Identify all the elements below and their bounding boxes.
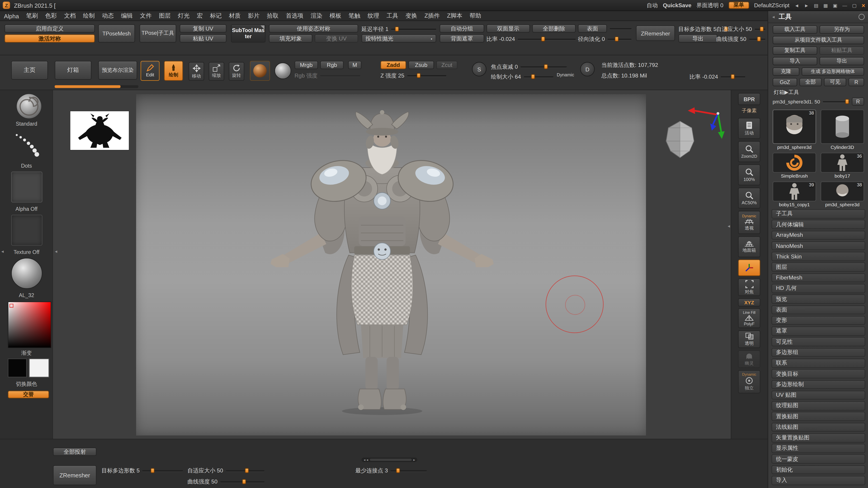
color-picker[interactable] (8, 302, 51, 348)
forward-icon[interactable]: ► (804, 2, 809, 8)
slider-track[interactable] (320, 75, 360, 76)
section-8[interactable]: 预览 (772, 294, 865, 304)
move-mode-button[interactable]: 移动 (188, 62, 204, 80)
slider-nub[interactable] (845, 99, 849, 104)
enable-custom-button[interactable]: 启用自定义 (4, 24, 95, 33)
section-1[interactable]: 几何体编辑 (772, 220, 865, 229)
section-16[interactable]: 多边形绘制 (772, 380, 865, 389)
paste-tool-button[interactable]: 粘贴工具 (819, 46, 864, 55)
slider-nub[interactable] (757, 37, 761, 41)
floor-grid-button[interactable]: 地面箱 (738, 236, 761, 257)
main-color-swatch[interactable] (8, 359, 27, 377)
dynamic-brush-button[interactable]: D (580, 62, 595, 76)
panel-collapse-icon[interactable]: ◄ (772, 15, 775, 19)
menu-item-20[interactable]: 工具 (386, 12, 398, 20)
scroll-button[interactable]: 活动 (738, 118, 761, 139)
menu-item-0[interactable]: Alpha (4, 12, 19, 19)
zremesher-button[interactable]: ZRemesher (636, 26, 675, 41)
tpose-subtool-button[interactable]: TPose|子工具 (140, 24, 176, 43)
section-17[interactable]: UV 贴图 (772, 390, 865, 400)
focal-shift-slider[interactable]: 焦点衰减 0 (491, 63, 567, 71)
rgb-button[interactable]: Rgb (320, 61, 344, 69)
menu-item-19[interactable]: 纹理 (368, 12, 379, 20)
export-button[interactable]: 导出 (678, 34, 717, 43)
menu-item-23[interactable]: Z脚本 (447, 12, 462, 20)
ratio-slider-2[interactable]: 比率 -0.024 (689, 73, 745, 80)
menu-item-15[interactable]: 首选项 (286, 12, 303, 20)
menu-item-10[interactable]: 宏 (197, 12, 203, 20)
slider-nub[interactable] (151, 468, 154, 473)
restore-config-button[interactable]: R (852, 97, 864, 106)
mrgb-button[interactable]: Mrgb (294, 61, 318, 69)
modifier-dot-icon[interactable]: ● (431, 37, 432, 40)
transparency-button[interactable]: 透明 (738, 330, 761, 348)
ghost-button[interactable]: 幽灵 (738, 350, 761, 368)
curve-strength-slider-bottom[interactable]: 曲线强度 50 (187, 478, 265, 486)
goz-button[interactable]: GoZ (773, 78, 797, 86)
slider-nub[interactable] (615, 37, 619, 41)
stroke-thumbnail[interactable] (11, 128, 42, 159)
draw-size-slider[interactable]: 绘制大小 64 (491, 73, 553, 80)
section-9[interactable]: 表面 (772, 305, 865, 315)
document-thumbnail[interactable] (70, 111, 129, 151)
export-tool-button[interactable]: 导出 (819, 57, 864, 65)
subpixel-button[interactable]: 子像素 (738, 107, 761, 115)
section-0[interactable]: 子工具 (772, 209, 865, 219)
tool-slot[interactable]: 36 boby17 (820, 153, 864, 179)
save-as-button[interactable]: 另存为 (819, 26, 864, 34)
section-19[interactable]: 置换贴图 (772, 412, 865, 421)
adaptive-size-slider[interactable]: 自适应大小 50 (716, 26, 765, 33)
actual-size-button[interactable]: 100% (738, 164, 761, 185)
switch-color-label[interactable]: 切换颜色 (0, 381, 53, 388)
rgb-intensity-slider[interactable]: Rgb 强度 (294, 72, 360, 79)
menu-item-14[interactable]: 拾取 (267, 12, 279, 20)
zsub-button[interactable]: Zsub (408, 61, 434, 69)
divider-handle[interactable]: ◄ (727, 224, 731, 228)
slider-track[interactable] (518, 39, 576, 40)
section-12[interactable]: 可见性 (772, 337, 865, 346)
menu-item-22[interactable]: Z插件 (425, 12, 440, 20)
menu-toggle-button[interactable]: 菜单 (728, 2, 749, 9)
slider-nub[interactable] (396, 468, 400, 473)
rotate-mode-button[interactable]: 旋转 (229, 62, 244, 80)
delay-radius-slider[interactable]: 延迟半径 1 (362, 26, 436, 33)
dynamic-size-label[interactable]: Dynamic (557, 72, 574, 77)
stroke-curve-button[interactable]: S (472, 62, 487, 76)
tool-slot[interactable]: SimpleBrush (773, 153, 816, 179)
paste-uv-button[interactable]: 粘贴 UV (180, 34, 226, 43)
slider-nub[interactable] (531, 74, 535, 79)
m-button[interactable]: M (348, 61, 362, 69)
perspective-button[interactable]: Dynamic 透视 (738, 211, 761, 234)
material-slot-button[interactable] (250, 61, 270, 80)
slider-nub[interactable] (417, 73, 421, 78)
section-21[interactable]: 矢量置换贴图 (772, 433, 865, 442)
surface-button[interactable]: 表面 (578, 24, 607, 33)
section-6[interactable]: FiberMesh (772, 273, 865, 283)
brush-thumbnail[interactable] (16, 93, 42, 120)
slider-track[interactable] (610, 28, 631, 29)
make-polymesh-button[interactable]: 生成 多边形网格物体 (802, 68, 864, 76)
axis-gizmo[interactable] (688, 107, 727, 140)
ui-opacity-slider[interactable]: 界面透明 0 (696, 1, 723, 9)
tool-slot[interactable]: Cylinder3D (820, 109, 864, 150)
linefill-polyframe-button[interactable]: Line Fill PolyF (738, 308, 761, 328)
slider-nub[interactable] (544, 64, 548, 69)
slider-track[interactable] (407, 75, 446, 76)
layout-rows-icon[interactable]: ▤ (814, 2, 818, 8)
menu-item-24[interactable]: 帮助 (469, 12, 481, 20)
menu-item-21[interactable]: 变换 (405, 12, 417, 20)
canvas-area[interactable]: ◄ (53, 90, 731, 439)
slider-nub[interactable] (541, 37, 545, 41)
menu-item-9[interactable]: 灯光 (178, 12, 190, 20)
section-15[interactable]: 变换目标 (772, 369, 865, 379)
menu-item-7[interactable]: 文件 (140, 12, 152, 20)
section-4[interactable]: Thick Skin (772, 252, 865, 261)
scroll-right-icon[interactable]: ► (413, 458, 415, 462)
section-24[interactable]: 初始化 (772, 465, 865, 475)
tool-slot-active[interactable]: 38 pm3d_sphere3d (773, 109, 816, 150)
back-mask-button[interactable]: 背面遮罩 (440, 34, 484, 43)
slider-track[interactable] (749, 39, 765, 40)
menu-item-16[interactable]: 渲染 (311, 12, 322, 20)
menu-item-5[interactable]: 动态 (102, 12, 114, 20)
document-viewport[interactable] (136, 94, 646, 435)
